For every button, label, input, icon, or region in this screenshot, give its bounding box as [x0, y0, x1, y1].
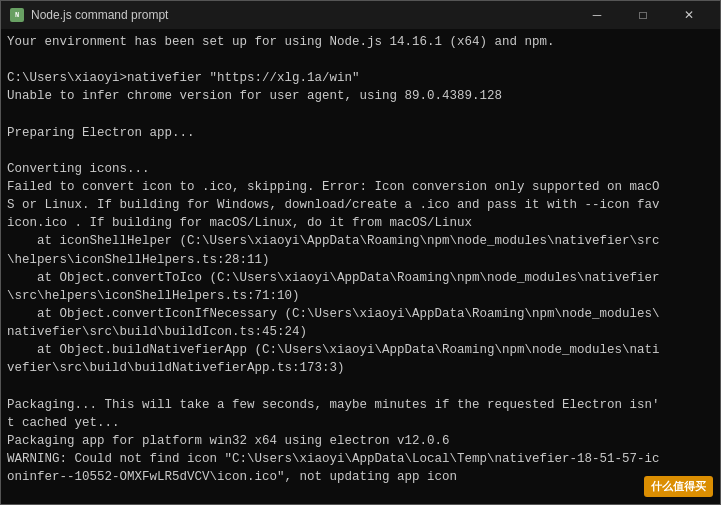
app-icon: N: [9, 7, 25, 23]
window-title: Node.js command prompt: [31, 8, 168, 22]
maximize-button[interactable]: □: [620, 1, 666, 29]
main-window: N Node.js command prompt ─ □ ✕ Your envi…: [0, 0, 721, 505]
window-controls: ─ □ ✕: [574, 1, 712, 29]
nodejs-icon: N: [10, 8, 24, 22]
title-bar-left: N Node.js command prompt: [9, 7, 168, 23]
window-wrapper: N Node.js command prompt ─ □ ✕ Your envi…: [0, 0, 721, 505]
terminal-output: Your environment has been set up for usi…: [1, 29, 720, 504]
title-bar: N Node.js command prompt ─ □ ✕: [1, 1, 720, 29]
close-button[interactable]: ✕: [666, 1, 712, 29]
minimize-button[interactable]: ─: [574, 1, 620, 29]
